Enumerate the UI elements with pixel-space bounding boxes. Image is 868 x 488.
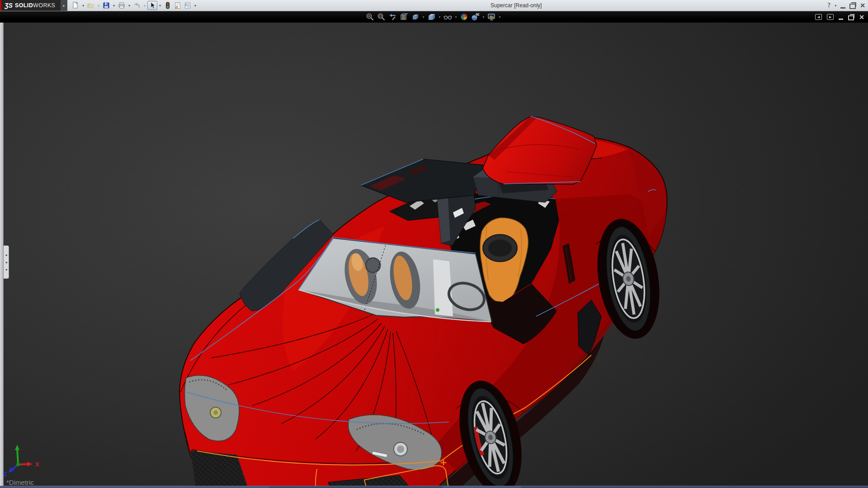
view-orientation-button[interactable] [410, 12, 421, 22]
view-settings-dropdown[interactable]: ▾ [497, 15, 502, 19]
feature-panel-expand-tab[interactable]: ◂ ◂ ◂ [4, 245, 9, 279]
new-document-icon [72, 2, 79, 9]
apply-scene-icon [471, 13, 480, 21]
undo-dropdown[interactable]: ▾ [142, 1, 147, 10]
undo-icon [133, 2, 141, 9]
new-document-dropdown[interactable]: ▾ [80, 1, 86, 10]
previous-view-icon [388, 13, 397, 21]
options-dropdown[interactable]: ▾ [193, 1, 198, 10]
triad-z-label: Z [4, 471, 7, 478]
file-properties-button[interactable] [173, 1, 183, 10]
document-close-button[interactable]: ✕ [859, 14, 864, 21]
toggle-left-pane-button[interactable]: ◀ [815, 14, 822, 20]
eyeglasses-icon [443, 13, 452, 21]
help-button[interactable]: ? [827, 2, 830, 9]
apply-scene-dropdown[interactable]: ▾ [481, 15, 486, 19]
view-settings-button[interactable] [486, 12, 497, 22]
apply-scene-button[interactable] [470, 12, 481, 22]
select-button[interactable] [147, 1, 157, 10]
minimize-button[interactable] [840, 7, 845, 9]
select-dropdown[interactable]: ▾ [157, 1, 163, 10]
previous-view-button[interactable] [387, 12, 398, 22]
view-orientation-dropdown[interactable]: ▾ [421, 15, 426, 19]
display-style-button[interactable] [426, 12, 437, 22]
zoom-to-area-button[interactable] [376, 12, 387, 22]
restore-button[interactable] [849, 4, 856, 9]
new-document-button[interactable] [71, 1, 80, 10]
appearance-sphere-icon [460, 13, 468, 21]
help-dropdown[interactable]: ▾ [835, 4, 836, 8]
solidworks-window: ƷS SOLIDWORKS ▸ ▾ ▾ ▾ ▾ ▾ ▾ [0, 0, 868, 488]
standard-toolbar: ▾ ▾ ▾ ▾ ▾ ▾ ▾ [71, 0, 198, 11]
zoom-to-area-icon [377, 13, 386, 21]
titlebar-controls: ? ▾ ✕ [827, 0, 865, 11]
titlebar: ƷS SOLIDWORKS ▸ ▾ ▾ ▾ ▾ ▾ ▾ [0, 0, 868, 11]
zoom-to-fit-icon [366, 13, 374, 21]
triad-x-label: X [35, 461, 39, 468]
zoom-to-fit-button[interactable] [364, 12, 376, 22]
open-document-dropdown[interactable]: ▾ [96, 1, 101, 10]
door-glass [361, 159, 487, 202]
menu-flyout-arrow[interactable]: ▸ [61, 0, 67, 11]
document-restore-button[interactable] [848, 15, 854, 20]
undo-button[interactable] [132, 1, 142, 10]
triad-axes: X Z [4, 445, 39, 478]
panel-arrow-icon: ◂ [5, 253, 7, 257]
open-document-icon [87, 2, 94, 9]
rebuild-button[interactable] [163, 1, 173, 10]
save-dropdown[interactable]: ▾ [111, 1, 117, 10]
traffic-light-icon [164, 2, 171, 9]
edit-appearance-button[interactable] [458, 12, 470, 22]
view-settings-icon [487, 13, 496, 21]
panel-arrow-icon: ◂ [5, 260, 7, 264]
display-style-icon [427, 13, 436, 21]
view-orientation-icon [411, 13, 420, 21]
panel-arrow-icon: ◂ [5, 267, 7, 272]
toggle-right-pane-button[interactable]: ▶ [827, 14, 834, 20]
hide-show-items-dropdown[interactable]: ▾ [453, 15, 458, 19]
select-cursor-icon [149, 2, 156, 9]
app-name: SOLIDWORKS [15, 2, 55, 9]
print-button[interactable] [117, 1, 127, 10]
options-button[interactable] [183, 1, 193, 10]
car-model [179, 116, 667, 488]
hide-show-items-button[interactable] [442, 12, 453, 22]
solidworks-logo: ƷS SOLIDWORKS [0, 0, 61, 11]
headsup-view-toolbar: ▾ ▾ ▾ ▾ ▾ [364, 11, 502, 23]
dassault-3ds-logo-icon: ƷS [5, 2, 13, 9]
view-orientation-label: *Dimetric [6, 479, 34, 486]
options-checklist-icon [184, 2, 191, 9]
print-dropdown[interactable]: ▾ [127, 1, 132, 10]
model-canvas[interactable] [0, 23, 868, 488]
graphics-viewport[interactable]: X Z *Dimetric [0, 23, 868, 488]
collapsed-feature-panel-strip[interactable] [0, 11, 4, 488]
section-view-button[interactable] [398, 12, 410, 22]
save-button[interactable] [101, 1, 111, 10]
document-title: Supercar [Read-only] [491, 2, 542, 9]
file-properties-icon [174, 2, 181, 9]
close-button[interactable]: ✕ [860, 2, 865, 9]
display-style-dropdown[interactable]: ▾ [437, 15, 442, 19]
status-bar-edge [0, 486, 868, 488]
print-icon [118, 2, 125, 9]
document-window-controls: ◀ ▶ ✕ [815, 11, 864, 23]
document-minimize-button[interactable] [839, 19, 843, 20]
graphics-top-bar: ▾ ▾ ▾ ▾ ▾ ◀ ▶ ✕ [0, 11, 868, 23]
save-icon [103, 2, 110, 9]
section-view-icon [400, 13, 408, 21]
open-document-button[interactable] [86, 1, 96, 10]
